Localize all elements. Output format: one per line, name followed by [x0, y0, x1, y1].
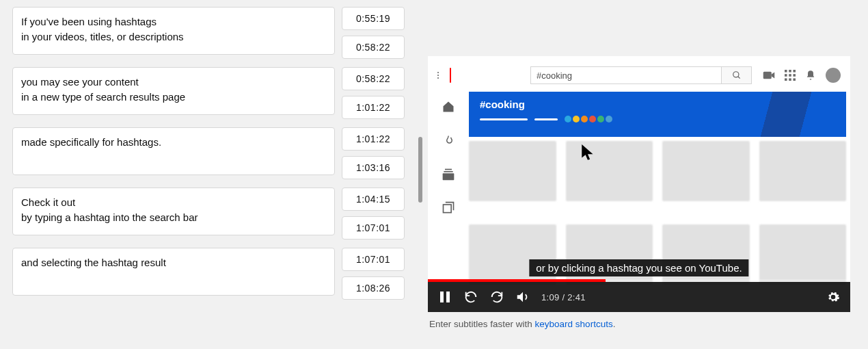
yt-header: #cooking — [428, 59, 850, 92]
caption-end-time[interactable]: 1:01:22 — [342, 96, 405, 119]
caption-text-input[interactable]: you may see your contentin a new type of… — [12, 67, 335, 115]
shortcut-hint: Enter subtitles faster with keyboard sho… — [428, 312, 864, 336]
caption-start-time[interactable]: 1:07:01 — [342, 248, 405, 271]
svg-rect-8 — [793, 74, 796, 77]
video-thumbnail[interactable] — [759, 141, 847, 201]
create-icon[interactable] — [763, 70, 775, 80]
caption-editor: If you've been using hashtagsin your vid… — [0, 0, 424, 349]
caption-text-input[interactable]: made specifically for hashtags. — [12, 127, 335, 175]
caption-row: you may see your contentin a new type of… — [12, 67, 424, 119]
preview-pane: #cooking — [424, 0, 868, 349]
caption-start-time[interactable]: 1:01:22 — [342, 127, 405, 151]
caption-start-time[interactable]: 0:55:19 — [342, 7, 405, 30]
svg-rect-13 — [444, 171, 452, 172]
svg-rect-12 — [443, 173, 455, 180]
caption-start-time[interactable]: 1:04:15 — [342, 188, 405, 211]
subscriptions-icon[interactable] — [442, 168, 455, 181]
svg-rect-11 — [793, 78, 796, 81]
caption-text-input[interactable]: If you've been using hashtagsin your vid… — [12, 7, 335, 55]
svg-rect-9 — [785, 78, 787, 81]
hamburger-icon[interactable] — [437, 70, 439, 80]
cursor-icon — [581, 144, 596, 161]
caption-row: Check it outby typing a hashtag into the… — [12, 188, 424, 240]
caption-end-time[interactable]: 1:07:01 — [342, 216, 405, 240]
video-thumbnail[interactable] — [566, 141, 653, 201]
caption-text-input[interactable]: and selecting the hashtag result — [12, 248, 335, 296]
video-thumbnail[interactable] — [662, 141, 750, 201]
keyboard-shortcuts-link[interactable]: keyboard shortcuts — [535, 319, 613, 329]
svg-rect-5 — [793, 70, 796, 73]
trending-icon[interactable] — [442, 134, 455, 148]
video-caption-overlay: or by clicking a hashtag you see on YouT… — [529, 259, 748, 276]
hashtag-title: #cooking — [480, 99, 835, 110]
svg-point-0 — [733, 72, 738, 77]
caption-row: and selecting the hashtag result1:07:011… — [12, 248, 424, 300]
svg-rect-15 — [444, 205, 452, 213]
yt-sidebar — [429, 94, 467, 215]
svg-rect-6 — [785, 74, 787, 77]
forward-10-icon[interactable] — [489, 289, 504, 305]
volume-icon[interactable] — [515, 289, 530, 305]
avatar[interactable] — [826, 68, 841, 83]
caption-start-time[interactable]: 0:58:22 — [342, 67, 405, 90]
caption-text-input[interactable]: Check it outby typing a hashtag into the… — [12, 188, 335, 235]
caption-row: If you've been using hashtagsin your vid… — [12, 7, 424, 59]
caption-end-time[interactable]: 1:08:26 — [342, 276, 405, 300]
youtube-logo-icon[interactable] — [450, 68, 451, 83]
notifications-icon[interactable] — [805, 69, 816, 81]
caption-end-time[interactable]: 1:03:16 — [342, 156, 405, 179]
player-timecode: 1:09 / 2:41 — [541, 292, 586, 302]
hashtag-banner: #cooking — [469, 92, 846, 137]
video-thumbnail[interactable] — [759, 224, 847, 285]
caption-end-time[interactable]: 0:58:22 — [342, 36, 405, 59]
home-icon[interactable] — [442, 100, 455, 114]
settings-icon[interactable] — [826, 289, 841, 305]
svg-rect-14 — [445, 169, 452, 170]
video-player: #cooking — [428, 56, 850, 312]
yt-search-input[interactable]: #cooking — [530, 66, 722, 84]
caption-row: made specifically for hashtags.1:01:221:… — [12, 127, 424, 179]
svg-rect-3 — [785, 70, 787, 73]
pause-button[interactable] — [437, 289, 452, 305]
apps-icon[interactable] — [785, 70, 796, 81]
scrollbar-thumb[interactable] — [418, 137, 422, 203]
video-thumbnail[interactable] — [469, 141, 556, 201]
svg-line-1 — [737, 77, 740, 79]
svg-rect-10 — [789, 78, 791, 81]
yt-search-button[interactable] — [722, 66, 752, 84]
svg-rect-2 — [763, 72, 772, 79]
svg-rect-7 — [789, 74, 791, 77]
replay-10-icon[interactable] — [463, 289, 478, 305]
svg-rect-4 — [789, 70, 791, 73]
library-icon[interactable] — [442, 201, 455, 215]
player-controls: 1:09 / 2:41 — [428, 282, 850, 312]
